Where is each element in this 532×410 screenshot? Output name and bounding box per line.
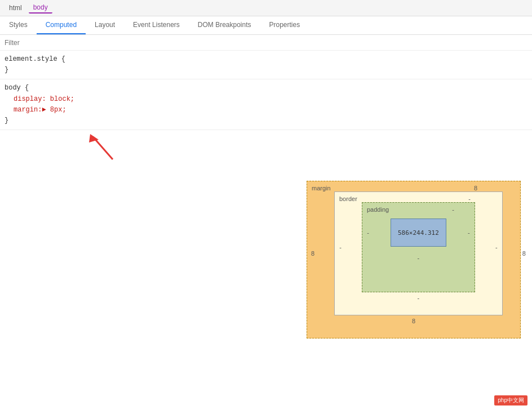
border-right-value: - [491, 244, 502, 251]
margin-right-value: 8 [518, 250, 530, 257]
margin-middle-row: 8 border - - [307, 191, 520, 315]
css-rule-body: body { display: block; margin:► 8px; } [0, 79, 532, 130]
padding-middle-row: - 586×244.312 - [362, 213, 475, 252]
tab-styles[interactable]: Styles [0, 16, 37, 34]
margin-top-value: 8 [474, 185, 477, 191]
arrow-annotation [0, 130, 532, 164]
padding-box: padding - - 586×244.312 [346, 202, 491, 292]
filter-input[interactable] [5, 39, 527, 47]
css-selector-element-style: element.style { [5, 54, 527, 65]
tab-layout[interactable]: Layout [86, 16, 124, 34]
css-close-brace-1: } [5, 65, 527, 75]
css-prop-name-display: display [14, 95, 42, 103]
tab-event-listeners[interactable]: Event Listeners [124, 16, 189, 34]
css-selector-body: body { [5, 83, 527, 93]
padding-box-inner: padding - - 586×244.312 [362, 202, 475, 292]
css-property-margin: margin:► 8px; [5, 105, 527, 115]
box-model-wrapper: margin 8 8 border - - [307, 181, 521, 338]
css-property-display: display: block; [5, 94, 527, 105]
breadcrumb-body[interactable]: body [29, 2, 52, 14]
border-label: border [339, 195, 357, 202]
border-box: border - - padding - [318, 191, 518, 315]
filter-bar [0, 35, 532, 51]
margin-box: margin 8 8 border - - [307, 181, 521, 338]
margin-bottom-value: 8 [412, 318, 415, 324]
box-model-container: margin 8 8 border - - [0, 170, 532, 350]
border-left-value: - [335, 244, 346, 251]
css-prop-value-margin: 8px; [50, 106, 66, 114]
tab-dom-breakpoints[interactable]: DOM Breakpoints [189, 16, 260, 34]
padding-bottom-value: - [418, 255, 420, 261]
css-close-brace-2: } [5, 115, 527, 126]
border-bottom-value: - [418, 295, 420, 301]
breadcrumb-bar: html body [0, 0, 532, 16]
css-prop-name-margin: margin [14, 106, 38, 114]
border-value: - [468, 195, 471, 202]
red-arrow-icon [79, 131, 124, 164]
content-box: 586×244.312 [391, 219, 446, 247]
tab-properties[interactable]: Properties [260, 16, 309, 34]
border-box-inner: border - - padding - [334, 191, 503, 315]
padding-left-value: - [362, 229, 374, 236]
padding-right-value: - [463, 229, 475, 236]
padding-label: padding [367, 206, 389, 213]
content-size: 586×244.312 [398, 229, 439, 237]
css-prop-value-display: block; [50, 95, 74, 103]
margin-left-value: 8 [307, 250, 318, 257]
tab-bar: Styles Computed Layout Event Listeners D… [0, 16, 532, 35]
css-rule-element-style: element.style { } [0, 51, 532, 79]
breadcrumb-html[interactable]: html [5, 3, 26, 13]
margin-label: margin [312, 185, 331, 191]
padding-value-top: - [452, 206, 454, 213]
css-panel: element.style { } body { display: block;… [0, 51, 532, 130]
tab-computed[interactable]: Computed [37, 16, 86, 34]
content-area: 586×244.312 [374, 213, 463, 252]
border-middle-row: - padding - - [335, 202, 502, 292]
